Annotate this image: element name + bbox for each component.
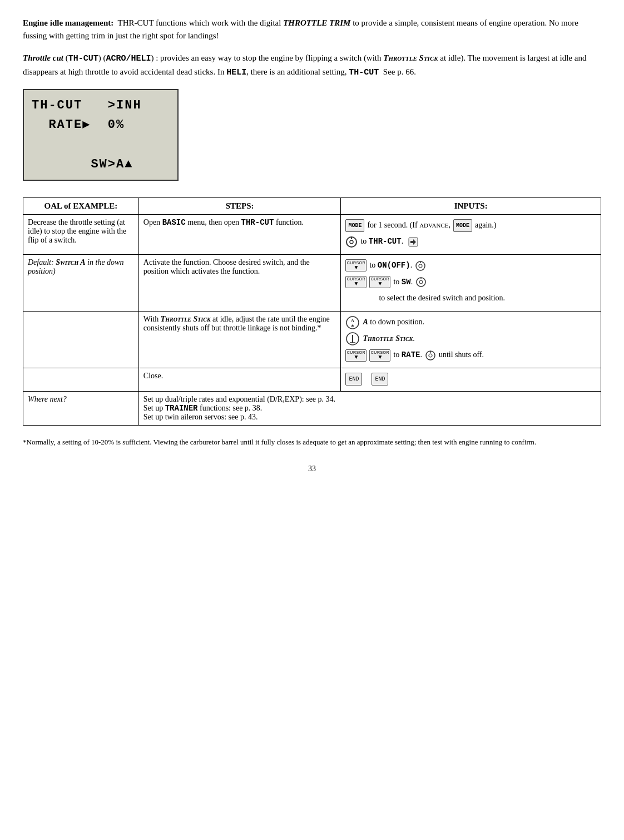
steps-cell-4: Close. <box>138 368 341 392</box>
input-line-4a: END END <box>345 372 596 387</box>
where-next-label: Where next? <box>28 395 67 403</box>
inputs-cell-3: A A to down position. <box>341 311 601 368</box>
dial-icon <box>345 234 358 249</box>
dial-icon-3 <box>415 275 427 290</box>
steps-cell-1: Open BASIC menu, then open THR-CUT funct… <box>138 214 341 254</box>
paren1: (TH-CUT) <box>66 53 101 62</box>
inputs-cell-1: MODE for 1 second. (If ADVANCE, MODE aga… <box>341 214 601 254</box>
input-text-2a: to ON(OFF). <box>369 258 412 273</box>
where-next-line-2: Set up TRAINER functions: see p. 38. <box>143 404 596 413</box>
lcd-line1: TH-CUT >INH <box>32 96 170 115</box>
svg-point-1 <box>350 240 353 244</box>
col-header-inputs: INPUTS: <box>341 197 601 214</box>
intro-text1: THR-CUT functions which work with the di… <box>118 18 281 27</box>
throttle-cut-label: Throttle cut <box>23 53 63 62</box>
input-text-1a: for 1 second. (If ADVANCE, <box>367 218 450 233</box>
goal-cell-5: Where next? <box>23 392 139 426</box>
steps-text-4: Close. <box>143 372 163 380</box>
cursor-down-button-5: CURSOR ▼ <box>369 349 390 362</box>
throttle-cut-text1: : provides an easy way to stop the engin… <box>156 53 438 62</box>
dial-icon-4 <box>425 348 436 363</box>
col-header-goal: OAL of EXAMPLE: <box>23 197 139 214</box>
input-line-3b: Throttle Stick. <box>345 332 596 347</box>
mode-button-icon-2: MODE <box>453 219 472 232</box>
goal-text-2: Default: Switch A in the down position) <box>28 258 123 275</box>
input-line-3c: CURSOR ▼ CURSOR ▼ to RATE. <box>345 348 596 363</box>
svg-point-6 <box>419 264 422 268</box>
steps-text-2: Activate the function. Choose desired sw… <box>143 258 310 275</box>
input-line-1a: MODE for 1 second. (If ADVANCE, MODE aga… <box>345 218 596 233</box>
again-text: again.) <box>475 218 496 233</box>
input-line-2a: CURSOR ▼ to ON(OFF). <box>345 258 596 273</box>
table-row: With Throttle Stick at idle, adjust the … <box>23 311 601 368</box>
push-icon <box>408 234 418 249</box>
page-content: Engine idle management: THR-CUT function… <box>23 17 601 473</box>
col-header-steps: STEPS: <box>138 197 341 214</box>
goal-text-1: Decrease the throttle setting (at idle) … <box>28 218 126 244</box>
dial-icon-2 <box>415 258 426 273</box>
input-text-3a: A to down position. <box>363 315 424 330</box>
throttle-trim-label: THROTTLE TRIM <box>283 18 350 27</box>
lcd-line3 <box>32 135 170 154</box>
lcd-line2: RATE▶ 0% <box>32 115 170 135</box>
a-down-icon: A <box>345 315 360 330</box>
svg-marker-13 <box>351 324 354 327</box>
end-button-1: END <box>345 373 362 386</box>
paren2: (ACRO/HELI) <box>103 53 153 62</box>
input-line-2b: CURSOR ▼ CURSOR ▼ to SW. <box>345 275 596 290</box>
goal-cell-3 <box>23 311 139 368</box>
goal-cell-2: Default: Switch A in the down position) <box>23 254 139 311</box>
inputs-cell-4: END END <box>341 368 601 392</box>
page-number: 33 <box>23 465 601 473</box>
input-text-3d: until shuts off. <box>439 348 484 363</box>
cursor-down-button-3: CURSOR ▼ <box>369 276 390 288</box>
goal-cell-4 <box>23 368 139 392</box>
input-text-2b: to SW. <box>393 275 413 290</box>
table-row: Close. END END <box>23 368 601 392</box>
table-row: Where next? Set up dual/triple rates and… <box>23 392 601 426</box>
svg-point-9 <box>419 280 423 284</box>
steps-text-3: With Throttle Stick at idle, adjust the … <box>143 315 330 332</box>
throttle-stick-icon <box>345 332 360 347</box>
engine-idle-label: Engine idle management: <box>23 18 113 27</box>
input-text-2c: to select the desired switch and positio… <box>379 291 505 306</box>
where-next-content: Set up dual/triple rates and exponential… <box>138 392 601 426</box>
intro-paragraph: Engine idle management: THR-CUT function… <box>23 17 601 42</box>
steps-text-1: Open BASIC menu, then open THR-CUT funct… <box>143 218 304 226</box>
where-next-line-1: Set up dual/triple rates and exponential… <box>143 395 596 404</box>
goal-cell-1: Decrease the throttle setting (at idle) … <box>23 214 139 254</box>
input-line-1b: to THR-CUT. <box>345 234 596 249</box>
cursor-down-button-1: CURSOR ▼ <box>345 259 367 271</box>
lcd-line4: SW>A▲ <box>32 155 170 174</box>
end-button-2: END <box>372 373 388 386</box>
input-line-3a: A A to down position. <box>345 315 596 330</box>
input-line-2c: to select the desired switch and positio… <box>345 291 596 306</box>
example-table: OAL of EXAMPLE: STEPS: INPUTS: Decrease … <box>23 197 601 426</box>
input-text-1b: to THR-CUT. <box>360 234 403 249</box>
mode-button-icon: MODE <box>345 219 364 232</box>
cursor-down-button-4: CURSOR ▼ <box>345 349 367 362</box>
steps-cell-2: Activate the function. Choose desired sw… <box>138 254 341 311</box>
lcd-display: TH-CUT >INH RATE▶ 0% SW>A▲ <box>23 89 179 181</box>
cursor-down-button-2: CURSOR ▼ <box>345 276 367 288</box>
svg-text:A: A <box>351 318 355 323</box>
input-text-3b: Throttle Stick. <box>363 332 414 347</box>
table-row: Decrease the throttle setting (at idle) … <box>23 214 601 254</box>
svg-point-18 <box>429 354 432 357</box>
input-text-3c: to RATE. <box>393 348 422 363</box>
throttle-cut-paragraph: Throttle cut (TH-CUT) (ACRO/HELI) : prov… <box>23 52 601 79</box>
footnote: *Normally, a setting of 10-20% is suffic… <box>23 437 601 448</box>
table-row: Default: Switch A in the down position) … <box>23 254 601 311</box>
inputs-cell-2: CURSOR ▼ to ON(OFF). <box>341 254 601 311</box>
where-next-line-3: Set up twin aileron servos: see p. 43. <box>143 413 596 422</box>
steps-cell-3: With Throttle Stick at idle, adjust the … <box>138 311 341 368</box>
